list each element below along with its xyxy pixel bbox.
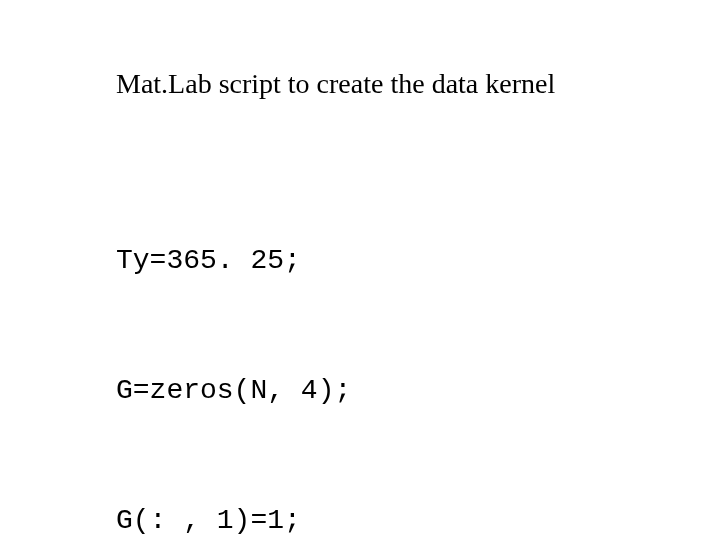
code-line: Ty=365. 25; [116,239,519,282]
slide: Mat.Lab script to create the data kernel… [0,0,720,540]
code-line: G=zeros(N, 4); [116,369,519,412]
code-block: Ty=365. 25; G=zeros(N, 4); G(: , 1)=1; G… [116,152,519,540]
code-line: G(: , 1)=1; [116,499,519,540]
slide-title: Mat.Lab script to create the data kernel [116,68,555,100]
